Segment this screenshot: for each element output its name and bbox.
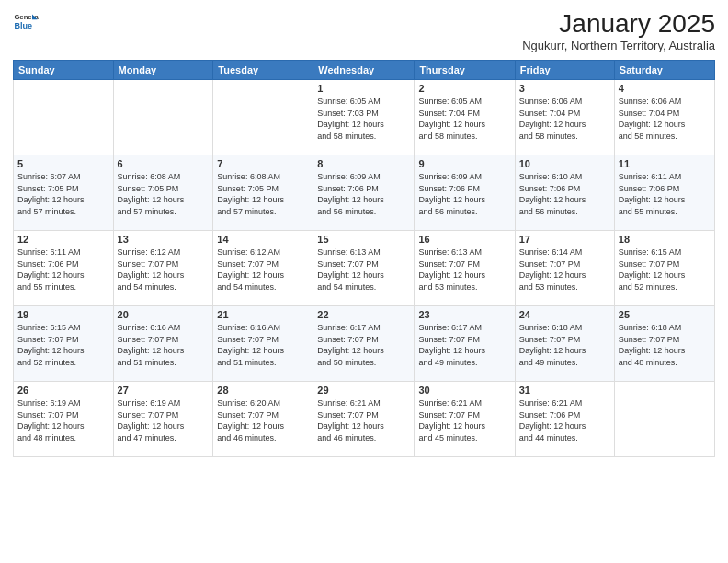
calendar-cell: 5Sunrise: 6:07 AM Sunset: 7:05 PM Daylig… xyxy=(14,155,114,231)
weekday-header-row: SundayMondayTuesdayWednesdayThursdayFrid… xyxy=(14,61,715,80)
calendar-cell: 9Sunrise: 6:09 AM Sunset: 7:06 PM Daylig… xyxy=(415,155,515,231)
day-number: 31 xyxy=(519,385,610,396)
day-info: Sunrise: 6:07 AM Sunset: 7:05 PM Dayligh… xyxy=(17,171,109,217)
day-info: Sunrise: 6:05 AM Sunset: 7:03 PM Dayligh… xyxy=(317,96,410,142)
calendar-cell: 20Sunrise: 6:16 AM Sunset: 7:07 PM Dayli… xyxy=(113,306,213,382)
day-info: Sunrise: 6:09 AM Sunset: 7:06 PM Dayligh… xyxy=(418,171,510,217)
day-info: Sunrise: 6:11 AM Sunset: 7:06 PM Dayligh… xyxy=(17,247,109,293)
day-number: 9 xyxy=(418,158,510,169)
calendar-cell: 8Sunrise: 6:09 AM Sunset: 7:06 PM Daylig… xyxy=(313,155,415,231)
calendar-cell: 21Sunrise: 6:16 AM Sunset: 7:07 PM Dayli… xyxy=(213,306,313,382)
weekday-header: Thursday xyxy=(415,61,515,80)
day-number: 14 xyxy=(217,234,309,245)
day-number: 11 xyxy=(619,158,711,169)
day-number: 6 xyxy=(118,158,210,169)
day-info: Sunrise: 6:06 AM Sunset: 7:04 PM Dayligh… xyxy=(519,96,610,142)
calendar-cell: 2Sunrise: 6:05 AM Sunset: 7:04 PM Daylig… xyxy=(415,80,515,155)
logo-icon: General Blue xyxy=(13,9,39,35)
day-number: 22 xyxy=(317,309,410,320)
calendar-cell: 10Sunrise: 6:10 AM Sunset: 7:06 PM Dayli… xyxy=(515,155,614,231)
day-info: Sunrise: 6:19 AM Sunset: 7:07 PM Dayligh… xyxy=(17,397,109,443)
calendar-cell: 6Sunrise: 6:08 AM Sunset: 7:05 PM Daylig… xyxy=(113,155,213,231)
day-info: Sunrise: 6:21 AM Sunset: 7:06 PM Dayligh… xyxy=(519,397,610,443)
day-number: 23 xyxy=(418,309,510,320)
weekday-header: Saturday xyxy=(614,61,714,80)
day-number: 15 xyxy=(317,234,410,245)
day-number: 2 xyxy=(418,83,510,94)
weekday-header: Sunday xyxy=(14,61,114,80)
day-number: 24 xyxy=(519,309,610,320)
header: General Blue January 2025 Ngukurr, North… xyxy=(13,9,715,52)
calendar-cell xyxy=(614,382,714,457)
day-number: 4 xyxy=(619,83,711,94)
day-number: 20 xyxy=(118,309,210,320)
calendar-cell: 15Sunrise: 6:13 AM Sunset: 7:07 PM Dayli… xyxy=(313,231,415,306)
day-info: Sunrise: 6:11 AM Sunset: 7:06 PM Dayligh… xyxy=(619,171,711,217)
weekday-header: Tuesday xyxy=(213,61,313,80)
day-number: 18 xyxy=(619,234,711,245)
weekday-header: Wednesday xyxy=(313,61,415,80)
day-number: 17 xyxy=(519,234,610,245)
day-number: 10 xyxy=(519,158,610,169)
calendar-cell: 19Sunrise: 6:15 AM Sunset: 7:07 PM Dayli… xyxy=(14,306,114,382)
day-info: Sunrise: 6:09 AM Sunset: 7:06 PM Dayligh… xyxy=(317,171,410,217)
logo: General Blue xyxy=(13,9,39,35)
calendar-cell: 3Sunrise: 6:06 AM Sunset: 7:04 PM Daylig… xyxy=(515,80,614,155)
calendar-cell: 31Sunrise: 6:21 AM Sunset: 7:06 PM Dayli… xyxy=(515,382,614,457)
day-number: 19 xyxy=(17,309,109,320)
day-number: 1 xyxy=(317,83,410,94)
calendar-week-row: 5Sunrise: 6:07 AM Sunset: 7:05 PM Daylig… xyxy=(14,155,715,231)
calendar-week-row: 12Sunrise: 6:11 AM Sunset: 7:06 PM Dayli… xyxy=(14,231,715,306)
day-number: 5 xyxy=(17,158,109,169)
day-info: Sunrise: 6:16 AM Sunset: 7:07 PM Dayligh… xyxy=(217,322,309,368)
calendar-cell xyxy=(113,80,213,155)
day-number: 21 xyxy=(217,309,309,320)
calendar-cell: 25Sunrise: 6:18 AM Sunset: 7:07 PM Dayli… xyxy=(614,306,714,382)
day-info: Sunrise: 6:16 AM Sunset: 7:07 PM Dayligh… xyxy=(118,322,210,368)
calendar-cell: 22Sunrise: 6:17 AM Sunset: 7:07 PM Dayli… xyxy=(313,306,415,382)
day-info: Sunrise: 6:08 AM Sunset: 7:05 PM Dayligh… xyxy=(118,171,210,217)
day-number: 30 xyxy=(418,385,510,396)
calendar-cell: 1Sunrise: 6:05 AM Sunset: 7:03 PM Daylig… xyxy=(313,80,415,155)
day-number: 3 xyxy=(519,83,610,94)
location: Ngukurr, Northern Territory, Australia xyxy=(522,39,715,52)
day-info: Sunrise: 6:17 AM Sunset: 7:07 PM Dayligh… xyxy=(317,322,410,368)
weekday-header: Friday xyxy=(515,61,614,80)
calendar: SundayMondayTuesdayWednesdayThursdayFrid… xyxy=(13,60,715,457)
svg-text:Blue: Blue xyxy=(14,21,32,30)
day-number: 26 xyxy=(17,385,109,396)
day-info: Sunrise: 6:08 AM Sunset: 7:05 PM Dayligh… xyxy=(217,171,309,217)
day-info: Sunrise: 6:13 AM Sunset: 7:07 PM Dayligh… xyxy=(418,247,510,293)
day-number: 7 xyxy=(217,158,309,169)
calendar-cell: 13Sunrise: 6:12 AM Sunset: 7:07 PM Dayli… xyxy=(113,231,213,306)
day-info: Sunrise: 6:15 AM Sunset: 7:07 PM Dayligh… xyxy=(619,247,711,293)
day-number: 27 xyxy=(118,385,210,396)
calendar-cell: 7Sunrise: 6:08 AM Sunset: 7:05 PM Daylig… xyxy=(213,155,313,231)
calendar-cell xyxy=(14,80,114,155)
calendar-cell: 23Sunrise: 6:17 AM Sunset: 7:07 PM Dayli… xyxy=(415,306,515,382)
day-info: Sunrise: 6:06 AM Sunset: 7:04 PM Dayligh… xyxy=(619,96,711,142)
calendar-cell: 28Sunrise: 6:20 AM Sunset: 7:07 PM Dayli… xyxy=(213,382,313,457)
calendar-cell: 30Sunrise: 6:21 AM Sunset: 7:07 PM Dayli… xyxy=(415,382,515,457)
calendar-cell: 17Sunrise: 6:14 AM Sunset: 7:07 PM Dayli… xyxy=(515,231,614,306)
calendar-cell: 18Sunrise: 6:15 AM Sunset: 7:07 PM Dayli… xyxy=(614,231,714,306)
calendar-cell: 4Sunrise: 6:06 AM Sunset: 7:04 PM Daylig… xyxy=(614,80,714,155)
calendar-week-row: 1Sunrise: 6:05 AM Sunset: 7:03 PM Daylig… xyxy=(14,80,715,155)
day-info: Sunrise: 6:12 AM Sunset: 7:07 PM Dayligh… xyxy=(118,247,210,293)
day-info: Sunrise: 6:15 AM Sunset: 7:07 PM Dayligh… xyxy=(17,322,109,368)
calendar-cell: 16Sunrise: 6:13 AM Sunset: 7:07 PM Dayli… xyxy=(415,231,515,306)
title-area: January 2025 Ngukurr, Northern Territory… xyxy=(522,9,715,52)
day-info: Sunrise: 6:13 AM Sunset: 7:07 PM Dayligh… xyxy=(317,247,410,293)
weekday-header: Monday xyxy=(113,61,213,80)
calendar-week-row: 26Sunrise: 6:19 AM Sunset: 7:07 PM Dayli… xyxy=(14,382,715,457)
calendar-cell: 11Sunrise: 6:11 AM Sunset: 7:06 PM Dayli… xyxy=(614,155,714,231)
day-number: 25 xyxy=(619,309,711,320)
calendar-cell: 26Sunrise: 6:19 AM Sunset: 7:07 PM Dayli… xyxy=(14,382,114,457)
day-info: Sunrise: 6:17 AM Sunset: 7:07 PM Dayligh… xyxy=(418,322,510,368)
month-title: January 2025 xyxy=(522,9,715,39)
page: General Blue January 2025 Ngukurr, North… xyxy=(0,0,728,563)
day-number: 28 xyxy=(217,385,309,396)
calendar-cell: 12Sunrise: 6:11 AM Sunset: 7:06 PM Dayli… xyxy=(14,231,114,306)
day-info: Sunrise: 6:14 AM Sunset: 7:07 PM Dayligh… xyxy=(519,247,610,293)
day-info: Sunrise: 6:19 AM Sunset: 7:07 PM Dayligh… xyxy=(118,397,210,443)
